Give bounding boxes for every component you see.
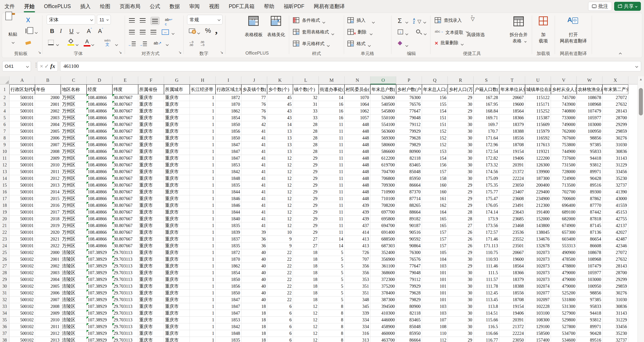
cell-H36[interactable]: 1 [190, 323, 216, 330]
cell-T9[interactable]: 18708 [499, 141, 525, 148]
cell-C6[interactable]: 万州区 [61, 121, 86, 128]
row-header-8[interactable]: 8 [0, 135, 10, 141]
cell-O12[interactable]: 619700 [370, 162, 396, 168]
cell-U19[interactable]: 191400 [525, 209, 551, 216]
cell-R10[interactable]: 30 [448, 148, 474, 155]
cell-S2[interactable]: 167.28 [474, 94, 499, 101]
cell-N36[interactable]: 334 [344, 323, 370, 330]
cell-M11[interactable]: 11 [319, 155, 344, 162]
cell-G31[interactable]: 重庆市 [164, 290, 190, 296]
cell-N38[interactable]: 313 [344, 337, 370, 342]
cell-P31[interactable]: 79628 [396, 290, 422, 296]
cell-W4[interactable]: 107479 [577, 108, 602, 115]
cell-A3[interactable]: 500101 [10, 101, 35, 108]
cell-N24[interactable]: 413 [344, 242, 370, 249]
format-painter-button[interactable] [25, 41, 32, 46]
cell-T7[interactable]: 18388 [499, 128, 525, 135]
tab-插入[interactable]: 插入 [80, 2, 91, 11]
row-header-17[interactable]: 17 [0, 195, 10, 202]
cell-A28[interactable]: 500102 [10, 269, 35, 276]
cell-S38[interactable]: 116.77 [474, 337, 499, 342]
cell-C28[interactable]: 涪陵区 [61, 269, 86, 276]
cell-D26[interactable]: 107.38929 [86, 256, 112, 263]
collapse-ribbon-button[interactable] [619, 52, 621, 56]
cell-W14[interactable]: 90428 [577, 175, 602, 182]
cell-C3[interactable]: 万州区 [61, 101, 86, 108]
cell-F13[interactable]: 重庆市 [138, 168, 164, 175]
cell-T16[interactable]: 23407 [499, 189, 525, 195]
cell-S9[interactable]: 172.96 [474, 141, 499, 148]
column-header-U[interactable]: U [525, 76, 551, 84]
cell-J9[interactable]: 41 [241, 141, 267, 148]
cell-C23[interactable]: 万州区 [61, 236, 86, 242]
number-format-select[interactable]: 常规 [187, 15, 222, 25]
row-header-25[interactable]: 25 [0, 249, 10, 256]
cell-F20[interactable]: 重庆市 [138, 216, 164, 222]
cell-M3[interactable]: 16 [319, 101, 344, 108]
cell-Q4[interactable]: 154 [422, 108, 448, 115]
underline-chevron[interactable] [77, 30, 79, 34]
cell-S7[interactable]: 170.7 [474, 128, 499, 135]
cell-J6[interactable]: 42 [241, 121, 267, 128]
cell-X27[interactable]: 28143 [602, 263, 628, 269]
cell-B29[interactable]: 2004 [35, 276, 61, 283]
cell-E19[interactable]: 30.807667 [112, 209, 138, 216]
cell-U2[interactable]: 115122 [525, 94, 551, 101]
cell-T34[interactable]: 19406 [499, 310, 525, 317]
cell-B7[interactable]: 2005 [35, 128, 61, 135]
bold-button[interactable]: B [50, 28, 54, 35]
underline-button[interactable]: U [69, 28, 74, 35]
cell-C19[interactable]: 万州区 [61, 209, 86, 216]
cell-X30[interactable]: 29859 [602, 283, 628, 290]
cell-Q20[interactable]: 165 [422, 216, 448, 222]
cell-O10[interactable]: 586600 [370, 148, 396, 155]
row-header-27[interactable]: 27 [0, 263, 10, 269]
cell-I3[interactable]: 1870 [216, 101, 241, 108]
cell-T17[interactable]: 23608 [499, 195, 525, 202]
cell-F35[interactable]: 重庆市 [138, 317, 164, 323]
cell-W3[interactable]: 108968 [577, 101, 602, 108]
cell-R28[interactable]: 30 [448, 269, 474, 276]
cell-D13[interactable]: 108.40866 [86, 168, 112, 175]
orientation-chevron[interactable] [166, 43, 168, 47]
column-header-H[interactable]: H [190, 76, 216, 84]
cell-S23[interactable]: 171.46 [474, 236, 499, 242]
row-header-26[interactable]: 26 [0, 256, 10, 263]
cell-S30[interactable]: 111.78 [474, 283, 499, 290]
font-color-chevron[interactable] [92, 43, 94, 47]
cell-W29[interactable]: 103000 [577, 276, 602, 283]
header-cell-Q1[interactable]: 年末总人口( [422, 84, 448, 94]
cell-B17[interactable]: 2015 [35, 195, 61, 202]
cell-W17[interactable]: 87862 [577, 195, 602, 202]
cell-B8[interactable]: 2006 [35, 135, 61, 141]
cell-N13[interactable]: 448 [344, 168, 370, 175]
merge-chevron[interactable] [172, 31, 174, 35]
cell-R24[interactable]: 26 [448, 242, 474, 249]
cell-L37[interactable]: 12 [293, 330, 319, 337]
cell-G20[interactable]: 重庆市 [164, 216, 190, 222]
cell-L10[interactable]: 28 [293, 148, 319, 155]
cell-E36[interactable]: 29.703113 [112, 323, 138, 330]
cell-B15[interactable]: 2013 [35, 182, 61, 189]
cell-H21[interactable]: 1 [190, 222, 216, 229]
header-cell-X1[interactable]: 年末第二产业 [602, 84, 628, 94]
cell-Q30[interactable]: 101 [422, 283, 448, 290]
row-header-36[interactable]: 36 [0, 323, 10, 330]
cell-X12[interactable]: 31229 [602, 162, 628, 168]
cell-O17[interactable]: 710100 [370, 195, 396, 202]
cell-G18[interactable]: 重庆市 [164, 202, 190, 209]
cell-C4[interactable]: 万州区 [61, 108, 86, 115]
cell-V16[interactable]: 702700 [551, 189, 577, 195]
cell-T31[interactable]: 18556 [499, 290, 525, 296]
cell-H25[interactable]: 1 [190, 249, 216, 256]
batch-delete-button[interactable]: × 批量删除 [435, 40, 463, 47]
cell-O14[interactable]: 706800 [370, 175, 396, 182]
cell-E28[interactable]: 29.703113 [112, 269, 138, 276]
cell-I4[interactable]: 1862 [216, 108, 241, 115]
cell-F6[interactable]: 重庆市 [138, 121, 164, 128]
cell-R23[interactable]: 26 [448, 236, 474, 242]
cell-C16[interactable]: 万州区 [61, 189, 86, 195]
row-header-28[interactable]: 28 [0, 269, 10, 276]
cell-A14[interactable]: 500101 [10, 175, 35, 182]
cell-L16[interactable]: 29 [293, 189, 319, 195]
